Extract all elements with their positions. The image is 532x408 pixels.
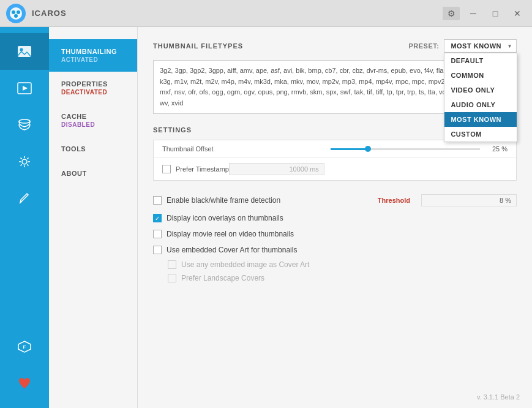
settings-box: Thumbnail Offset 25 % P xyxy=(153,140,517,181)
nav-about-title: ABOUT xyxy=(61,170,125,177)
nav-item-thumbnailing[interactable]: THUMBNAILING ACTIVATED xyxy=(49,39,137,72)
layers-icon xyxy=(17,117,32,133)
svg-point-8 xyxy=(19,119,30,123)
thumbnail-offset-label: Thumbnail Offset xyxy=(162,145,324,153)
slider-track xyxy=(331,148,368,150)
sidebar-item-video[interactable] xyxy=(0,70,49,107)
filetypes-header: THUMBNAIL FILETYPES PRESET: MOST KNOWN D… xyxy=(153,39,517,53)
thumbnail-offset-row: Thumbnail Offset 25 % xyxy=(154,140,516,158)
icon-overlays-checkbox[interactable] xyxy=(153,214,162,222)
play-icon xyxy=(17,80,32,96)
cover-art-sub2-label: Prefer Landscape Covers xyxy=(181,274,264,282)
preset-option-most-known[interactable]: MOST KNOWN xyxy=(444,112,517,127)
image-icon xyxy=(17,43,32,59)
cover-art-sub1-label: Use any embedded image as Cover Art xyxy=(181,260,309,269)
app-logo xyxy=(6,4,26,23)
slider-container[interactable] xyxy=(324,148,487,150)
filetypes-title: THUMBNAIL FILETYPES xyxy=(153,42,408,50)
maximize-button[interactable]: □ xyxy=(487,7,504,20)
preset-option-common[interactable]: COMMON xyxy=(444,68,517,83)
nav-item-cache[interactable]: CACHE DISABLED xyxy=(49,104,137,137)
app-title: ICAROS xyxy=(32,9,443,18)
preset-option-video-only[interactable]: VIDEO ONLY xyxy=(444,83,517,97)
cover-art-label: Use embedded Cover Art for thumbnails xyxy=(167,246,297,254)
sidebar-item-donate[interactable] xyxy=(0,365,49,402)
content-area: THUMBNAIL FILETYPES PRESET: MOST KNOWN D… xyxy=(138,27,532,408)
svg-point-9 xyxy=(22,159,27,164)
heart-icon xyxy=(17,376,32,391)
nav-item-about[interactable]: ABOUT xyxy=(49,161,137,186)
svg-point-2 xyxy=(17,10,20,14)
movie-reel-row: Display movie reel on video thumbnails xyxy=(153,226,517,242)
svg-point-3 xyxy=(14,14,18,18)
cover-art-row: Use embedded Cover Art for thumbnails xyxy=(153,242,517,258)
svg-marker-7 xyxy=(23,86,28,91)
timestamp-checkbox-row: Prefer Timestamp xyxy=(162,165,229,173)
main-layout: F THUMBNAILING ACTIVATED xyxy=(0,27,532,408)
cover-art-checkbox[interactable] xyxy=(153,246,162,254)
nav-item-tools[interactable]: TOOLS xyxy=(49,137,137,161)
preset-option-audio-only[interactable]: AUDIO ONLY xyxy=(444,97,517,112)
sidebar-item-thumbnailing[interactable] xyxy=(0,33,49,70)
nav-cache-title: CACHE xyxy=(61,113,125,120)
titlebar: ICAROS ⚙ ─ □ ✕ xyxy=(0,0,532,27)
nav-properties-title: PROPERTIES xyxy=(61,80,125,88)
sidebar-item-cache[interactable] xyxy=(0,107,49,143)
minimize-button[interactable]: ─ xyxy=(465,7,482,20)
nav-properties-subtitle: DEACTIVATED xyxy=(61,89,125,96)
icon-overlays-label: Display icon overlays on thumbnails xyxy=(167,214,283,222)
threshold-input[interactable] xyxy=(421,194,517,206)
nav-cache-subtitle: DISABLED xyxy=(61,121,125,128)
cover-art-sub1-row: Use any embedded image as Cover Art xyxy=(153,258,517,271)
preset-label: PRESET: xyxy=(408,42,439,50)
bw-detection-row: Enable black/white frame detection Thres… xyxy=(153,191,517,210)
app-window: ICAROS ⚙ ─ □ ✕ xyxy=(0,0,532,408)
preset-option-custom[interactable]: CUSTOM xyxy=(444,127,517,142)
preset-button[interactable]: MOST KNOWN xyxy=(444,39,517,53)
offset-slider[interactable] xyxy=(331,148,481,150)
svg-text:F: F xyxy=(23,344,26,350)
flattr-icon: F xyxy=(17,339,32,354)
cover-art-sub1-checkbox[interactable] xyxy=(168,260,176,269)
nav-thumbnailing-subtitle: ACTIVATED xyxy=(61,56,125,63)
movie-reel-label: Display movie reel on video thumbnails xyxy=(167,230,294,238)
svg-point-5 xyxy=(20,48,23,51)
icon-overlays-row: Display icon overlays on thumbnails xyxy=(153,210,517,226)
settings-button[interactable]: ⚙ xyxy=(443,7,460,20)
nav-panel: THUMBNAILING ACTIVATED PROPERTIES DEACTI… xyxy=(49,27,138,408)
timestamp-label: Prefer Timestamp xyxy=(176,165,229,173)
window-controls: ⚙ ─ □ ✕ xyxy=(443,7,526,20)
version-text: v. 3.1.1 Beta 2 xyxy=(477,393,520,401)
slider-thumb xyxy=(365,146,371,152)
nav-thumbnailing-title: THUMBNAILING xyxy=(61,48,125,55)
bw-detection-label: Enable black/white frame detection xyxy=(167,196,280,205)
extra-options: Enable black/white frame detection Thres… xyxy=(153,191,517,285)
cover-art-sub2-row: Prefer Landscape Covers xyxy=(153,271,517,285)
pen-icon xyxy=(17,191,32,206)
sidebar-item-tools[interactable] xyxy=(0,143,49,180)
svg-point-1 xyxy=(12,10,15,14)
preset-option-default[interactable]: DEFAULT xyxy=(444,53,517,68)
movie-reel-checkbox[interactable] xyxy=(153,230,162,238)
timestamp-checkbox[interactable] xyxy=(162,165,171,173)
preset-container: MOST KNOWN DEFAULT COMMON VIDEO ONLY AUD… xyxy=(444,39,517,53)
sidebar-item-flattr[interactable]: F xyxy=(0,328,49,365)
preset-dropdown: DEFAULT COMMON VIDEO ONLY AUDIO ONLY MOS… xyxy=(444,53,517,142)
offset-value: 25 % xyxy=(486,145,508,153)
cover-art-sub2-checkbox[interactable] xyxy=(168,274,176,282)
timestamp-input[interactable] xyxy=(229,163,324,175)
prefer-timestamp-row: Prefer Timestamp xyxy=(154,158,516,180)
nav-tools-title: TOOLS xyxy=(61,145,125,153)
nav-item-properties[interactable]: PROPERTIES DEACTIVATED xyxy=(49,72,137,104)
sidebar: F xyxy=(0,27,49,408)
settings-section: SETTINGS Thumbnail Offset 25 % xyxy=(153,126,517,285)
close-button[interactable]: ✕ xyxy=(509,7,526,20)
sidebar-item-pen[interactable] xyxy=(0,180,49,217)
threshold-label: Threshold xyxy=(378,197,410,204)
gear-icon xyxy=(17,154,32,170)
bw-detection-checkbox[interactable] xyxy=(153,196,162,205)
